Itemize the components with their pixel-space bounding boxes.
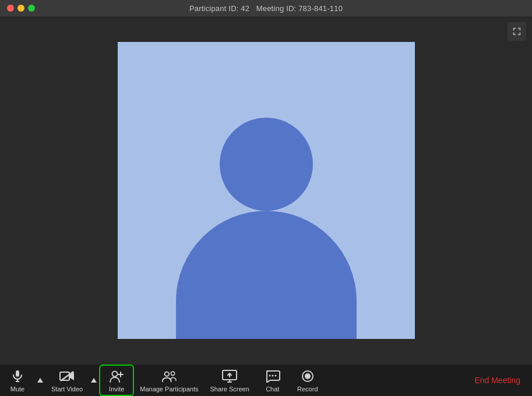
main-video-area xyxy=(0,16,532,365)
meeting-id: Meeting ID: 783-841-110 xyxy=(256,4,343,13)
participants-icon xyxy=(161,369,177,384)
minimize-button[interactable] xyxy=(17,5,24,12)
svg-point-21 xyxy=(305,373,311,379)
toolbar: Mute Start Video xyxy=(0,365,532,396)
record-label: Record xyxy=(297,386,318,393)
record-icon xyxy=(300,369,315,384)
svg-point-17 xyxy=(269,374,270,376)
svg-point-12 xyxy=(171,372,175,376)
close-button[interactable] xyxy=(7,5,14,12)
avatar-head xyxy=(220,118,313,211)
chevron-up-icon xyxy=(37,378,43,383)
mute-button[interactable]: Mute xyxy=(0,365,35,396)
mute-label: Mute xyxy=(10,386,24,393)
end-meeting-button[interactable]: End Meeting xyxy=(463,365,532,396)
record-button[interactable]: Record xyxy=(290,365,325,396)
svg-point-19 xyxy=(274,374,276,376)
start-video-label: Start Video xyxy=(51,386,83,393)
fullscreen-button[interactable] xyxy=(508,22,526,41)
svg-point-11 xyxy=(165,372,169,376)
start-video-button[interactable]: Start Video xyxy=(45,365,89,396)
manage-participants-label: Manage Participants xyxy=(140,386,198,393)
participant-id: Participant ID: 42 xyxy=(189,4,249,13)
svg-point-18 xyxy=(272,374,273,376)
chat-label: Chat xyxy=(266,386,279,393)
mic-icon xyxy=(10,369,25,384)
chat-button[interactable]: Chat xyxy=(255,365,290,396)
video-frame xyxy=(118,42,415,339)
svg-marker-7 xyxy=(91,378,97,383)
meeting-info: Participant ID: 42 Meeting ID: 783-841-1… xyxy=(189,4,343,13)
traffic-lights xyxy=(7,5,35,12)
share-screen-button[interactable]: Share Screen xyxy=(205,365,255,396)
chat-icon xyxy=(265,369,280,384)
title-bar: Participant ID: 42 Meeting ID: 783-841-1… xyxy=(0,0,532,16)
invite-label: Invite xyxy=(109,386,124,393)
video-arrow-button[interactable] xyxy=(89,365,99,396)
maximize-button[interactable] xyxy=(28,5,35,12)
video-camera-icon xyxy=(59,369,75,384)
mute-arrow-button[interactable] xyxy=(35,365,45,396)
invite-icon xyxy=(109,369,124,384)
svg-point-8 xyxy=(112,371,118,376)
invite-button[interactable]: Invite xyxy=(99,365,134,396)
svg-marker-3 xyxy=(37,378,43,383)
svg-rect-0 xyxy=(16,370,19,377)
avatar-body xyxy=(176,211,357,339)
chevron-up-icon-2 xyxy=(91,378,97,383)
share-screen-icon xyxy=(222,369,237,384)
share-screen-label: Share Screen xyxy=(210,386,249,393)
fullscreen-icon xyxy=(512,26,522,37)
participant-avatar xyxy=(118,42,415,339)
manage-participants-button[interactable]: Manage Participants xyxy=(134,365,204,396)
end-meeting-label: End Meeting xyxy=(474,376,520,385)
